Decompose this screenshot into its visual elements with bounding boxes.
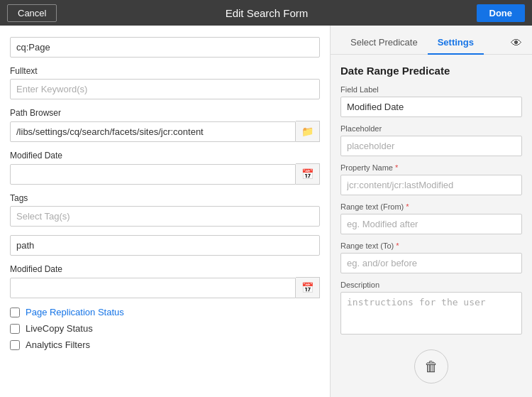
cancel-button[interactable]: Cancel: [7, 4, 57, 22]
placeholder-label: Placeholder: [340, 124, 522, 133]
cq-page-input[interactable]: [10, 37, 320, 58]
page-title: Edit Search Form: [226, 7, 309, 19]
range-from-label: Range text (From) *: [340, 202, 522, 211]
checkbox-row-2: LiveCopy Status: [10, 323, 320, 334]
folder-icon: [301, 126, 314, 137]
field-label-input[interactable]: [340, 97, 522, 117]
checkbox-row-3: Analytics Filters: [10, 339, 320, 350]
modified-date-label-2: Modified Date: [10, 264, 320, 274]
left-panel: Fulltext Path Browser Modified Date Ta: [0, 26, 331, 397]
range-to-label: Range text (To) *: [340, 241, 522, 250]
section-title: Date Range Predicate: [340, 65, 522, 77]
modified-date-row-1: Modified Date: [10, 151, 320, 185]
path-browser-input[interactable]: [10, 121, 296, 142]
modified-date-input-group-2: [10, 277, 320, 298]
description-label: Description: [340, 281, 522, 289]
modified-date-input-1[interactable]: [10, 164, 296, 185]
right-content: Date Range Predicate Field Label Placeho…: [331, 55, 532, 393]
delete-btn-row: 🗑: [340, 349, 522, 384]
analytics-checkbox[interactable]: [10, 340, 20, 350]
date-picker-button-2[interactable]: [296, 277, 320, 298]
livecopy-label[interactable]: LiveCopy Status: [26, 323, 93, 334]
analytics-label[interactable]: Analytics Filters: [26, 339, 90, 350]
modified-date-label-1: Modified Date: [10, 151, 320, 161]
path-browser-row: Path Browser: [10, 108, 320, 142]
delete-button[interactable]: 🗑: [414, 349, 448, 384]
eye-icon[interactable]: 👁: [511, 37, 522, 50]
range-from-input[interactable]: [340, 214, 522, 234]
property-name-required: *: [395, 163, 398, 172]
tags-row: Tags: [10, 193, 320, 227]
date-picker-button-1[interactable]: [296, 163, 320, 185]
checkbox-row-1: Page Replication Status: [10, 307, 320, 317]
path-input[interactable]: [10, 235, 320, 256]
page-replication-label[interactable]: Page Replication Status: [26, 307, 124, 317]
right-panel: Select Predicate Settings 👁 Date Range P…: [331, 26, 532, 397]
calendar-icon-1: [301, 168, 314, 180]
description-textarea[interactable]: [340, 292, 522, 335]
modified-date-row-2: Modified Date: [10, 264, 320, 298]
done-button[interactable]: Done: [477, 4, 526, 22]
fulltext-input[interactable]: [10, 79, 320, 99]
tags-label: Tags: [10, 193, 320, 203]
cq-page-row: [10, 37, 320, 58]
fulltext-row: Fulltext: [10, 66, 320, 99]
tab-settings[interactable]: Settings: [428, 33, 484, 55]
trash-icon: 🗑: [424, 359, 438, 375]
path-browser-input-group: [10, 121, 320, 142]
placeholder-input[interactable]: [340, 136, 522, 156]
range-to-required: *: [396, 241, 399, 250]
tab-select-predicate[interactable]: Select Predicate: [340, 33, 428, 55]
path-row: [10, 235, 320, 256]
field-label-label: Field Label: [340, 85, 522, 94]
range-to-input[interactable]: [340, 253, 522, 273]
livecopy-checkbox[interactable]: [10, 324, 20, 334]
fulltext-label: Fulltext: [10, 66, 320, 76]
main-content: Fulltext Path Browser Modified Date Ta: [0, 26, 532, 397]
calendar-icon-2: [301, 282, 314, 293]
modified-date-input-group-1: [10, 163, 320, 185]
path-browser-button[interactable]: [296, 121, 320, 142]
tabs-row: Select Predicate Settings 👁: [331, 26, 532, 55]
checkboxes-group: Page Replication Status LiveCopy Status …: [10, 307, 320, 350]
header: Cancel Edit Search Form Done: [0, 0, 532, 26]
range-from-required: *: [406, 202, 409, 211]
tags-input[interactable]: [10, 206, 320, 227]
property-name-label: Property Name *: [340, 163, 522, 172]
path-browser-label: Path Browser: [10, 108, 320, 118]
property-name-input[interactable]: [340, 175, 522, 195]
page-replication-checkbox[interactable]: [10, 308, 20, 317]
tabs: Select Predicate Settings: [340, 33, 484, 54]
modified-date-input-2[interactable]: [10, 278, 296, 298]
